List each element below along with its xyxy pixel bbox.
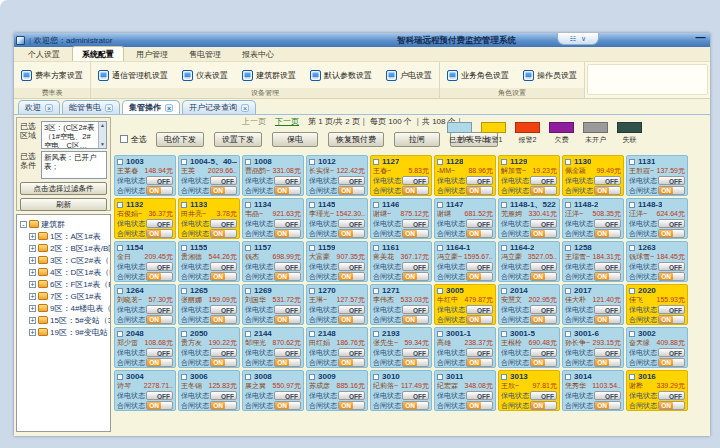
- expand-icon[interactable]: +: [29, 245, 36, 252]
- switch-status-toggle[interactable]: ON: [658, 229, 685, 238]
- ribbon-button[interactable]: 操作员设置: [523, 70, 577, 81]
- protect-status-toggle[interactable]: OFF: [274, 219, 301, 228]
- protect-status-toggle[interactable]: OFF: [530, 176, 557, 185]
- meter-checkbox[interactable]: [181, 331, 187, 337]
- meter-checkbox[interactable]: [629, 202, 635, 208]
- switch-status-toggle[interactable]: ON: [594, 358, 621, 367]
- meter-checkbox[interactable]: [565, 374, 571, 380]
- meter-checkbox[interactable]: [309, 374, 315, 380]
- meter-card[interactable]: 1148-2 汪洋~ 508.35元 保电状态 OFF: [562, 198, 624, 239]
- meter-checkbox[interactable]: [501, 159, 507, 165]
- meter-card[interactable]: 2020 佳飞 155.93元 保电状态 OFF: [626, 284, 688, 325]
- tab-close-icon[interactable]: ×: [105, 104, 113, 112]
- protect-status-toggle[interactable]: OFF: [594, 348, 621, 357]
- switch-status-toggle[interactable]: ON: [274, 186, 301, 195]
- ribbon-button[interactable]: 费率方案设置: [21, 70, 83, 81]
- meter-checkbox[interactable]: [309, 202, 315, 208]
- protect-status-toggle[interactable]: OFF: [402, 219, 429, 228]
- switch-status-toggle[interactable]: ON: [594, 229, 621, 238]
- ribbon-button[interactable]: 仪表设置: [182, 70, 228, 81]
- ribbon-button[interactable]: 业务角色设置: [447, 70, 509, 81]
- protect-status-toggle[interactable]: OFF: [146, 348, 173, 357]
- select-all-checkbox[interactable]: [120, 135, 128, 143]
- meter-checkbox[interactable]: [309, 245, 315, 251]
- protect-status-toggle[interactable]: OFF: [338, 262, 365, 271]
- protect-status-toggle[interactable]: OFF: [338, 391, 365, 400]
- meter-checkbox[interactable]: [245, 202, 251, 208]
- tree-node[interactable]: + 7区：G区1#表: [20, 290, 110, 302]
- action-button[interactable]: 保电: [272, 132, 318, 147]
- protect-status-toggle[interactable]: OFF: [146, 262, 173, 271]
- switch-status-toggle[interactable]: ON: [530, 358, 557, 367]
- switch-status-toggle[interactable]: ON: [274, 272, 301, 281]
- tree-node[interactable]: + 15区：5#变站（3#变…: [20, 314, 110, 326]
- tab-close-icon[interactable]: ×: [45, 104, 53, 112]
- protect-status-toggle[interactable]: OFF: [658, 305, 685, 314]
- protect-status-toggle[interactable]: OFF: [594, 262, 621, 271]
- switch-status-toggle[interactable]: ON: [210, 358, 237, 367]
- meter-card[interactable]: 3014 凭秀华 1103.54.. 保电状态 OFF: [562, 370, 624, 411]
- meter-card[interactable]: 3013 王欣~ 97.81元 保电状态 OFF: [498, 370, 560, 411]
- meter-checkbox[interactable]: [437, 245, 443, 251]
- action-button[interactable]: 设置下发: [214, 132, 262, 147]
- protect-status-toggle[interactable]: OFF: [274, 348, 301, 357]
- chevron-down-icon[interactable]: ∨: [581, 35, 586, 42]
- tree-node[interactable]: + 9区：4#楼电表（4#楼…: [20, 302, 110, 314]
- tab-close-icon[interactable]: ×: [241, 104, 249, 112]
- protect-status-toggle[interactable]: OFF: [402, 391, 429, 400]
- meter-card[interactable]: 3001-5 王根栓 690.48元 保电状态 OFF: [498, 327, 560, 368]
- meter-card[interactable]: 1134 韦晶~ 921.63元 保电状态 OFF: [242, 198, 304, 239]
- meter-card[interactable]: 1164-1 冯立豪~ 1595.67.. 保电状态 OFF: [434, 241, 496, 282]
- meter-checkbox[interactable]: [117, 159, 123, 165]
- protect-status-toggle[interactable]: OFF: [466, 305, 493, 314]
- switch-status-toggle[interactable]: ON: [402, 186, 429, 195]
- meter-card[interactable]: 2048 郑少雷 108.68元 保电状态 OFF: [114, 327, 176, 368]
- meter-checkbox[interactable]: [309, 288, 315, 294]
- switch-status-toggle[interactable]: ON: [210, 315, 237, 324]
- choose-filter-button[interactable]: 点击选择过滤条件: [20, 182, 107, 195]
- protect-status-toggle[interactable]: OFF: [338, 176, 365, 185]
- refresh-button[interactable]: 刷新: [20, 198, 107, 211]
- switch-status-toggle[interactable]: ON: [530, 229, 557, 238]
- protect-status-toggle[interactable]: OFF: [146, 305, 173, 314]
- menu-tab[interactable]: 售电管理: [180, 47, 230, 61]
- meter-checkbox[interactable]: [373, 202, 379, 208]
- protect-status-toggle[interactable]: OFF: [466, 262, 493, 271]
- meter-checkbox[interactable]: [501, 374, 507, 380]
- menu-tab[interactable]: 系统配置: [72, 46, 124, 61]
- switch-status-toggle[interactable]: ON: [466, 229, 493, 238]
- switch-status-toggle[interactable]: ON: [338, 358, 365, 367]
- switch-status-toggle[interactable]: ON: [146, 358, 173, 367]
- protect-status-toggle[interactable]: OFF: [274, 305, 301, 314]
- meter-card[interactable]: 1012 长实保~ 122.42元 保电状态 OFF: [306, 155, 368, 196]
- meter-card[interactable]: 3004 诗琴 2278.71.. 保电状态 OFF: [114, 370, 176, 411]
- meter-card[interactable]: 3010 纪莉落~ 117.49元 保电状态 OFF: [370, 370, 432, 411]
- ribbon-button[interactable]: 建筑群设置: [242, 70, 296, 81]
- meter-checkbox[interactable]: [117, 374, 123, 380]
- tree-node[interactable]: + 1区：A区1#表: [20, 230, 110, 242]
- meter-card[interactable]: 1270 王琳~ 127.57元 保电状态 OFF: [306, 284, 368, 325]
- meter-checkbox[interactable]: [117, 202, 123, 208]
- switch-status-toggle[interactable]: ON: [402, 358, 429, 367]
- switch-status-toggle[interactable]: ON: [594, 186, 621, 195]
- meter-checkbox[interactable]: [309, 331, 315, 337]
- meter-card[interactable]: 1147 谢继 681.52元 保电状态 OFF: [434, 198, 496, 239]
- meter-checkbox[interactable]: [117, 245, 123, 251]
- meter-card[interactable]: 3002 奋天缘 409.88元 保电状态 OFF: [626, 327, 688, 368]
- switch-status-toggle[interactable]: ON: [210, 229, 237, 238]
- meter-checkbox[interactable]: [373, 331, 379, 337]
- document-tab[interactable]: 开户记录查询 ×: [182, 100, 256, 114]
- meter-card[interactable]: 1128 -MM~ 88.96元 保电状态 OFF: [434, 155, 496, 196]
- meter-card[interactable]: 2193 张先生~ 59.34元 保电状态 OFF: [370, 327, 432, 368]
- next-page-link[interactable]: 下一页: [275, 116, 299, 127]
- tree-node[interactable]: + 4区：D区1#表（D区1…: [20, 266, 110, 278]
- protect-status-toggle[interactable]: OFF: [466, 176, 493, 185]
- meter-checkbox[interactable]: [373, 288, 379, 294]
- protect-status-toggle[interactable]: OFF: [210, 219, 237, 228]
- meter-card[interactable]: 2014 安慧文 202.95元 保电状态 OFF: [498, 284, 560, 325]
- meter-checkbox[interactable]: [373, 245, 379, 251]
- protect-status-toggle[interactable]: OFF: [146, 176, 173, 185]
- protect-status-toggle[interactable]: OFF: [658, 219, 685, 228]
- switch-status-toggle[interactable]: ON: [338, 401, 365, 410]
- ribbon-button[interactable]: 默认参数设置: [310, 70, 372, 81]
